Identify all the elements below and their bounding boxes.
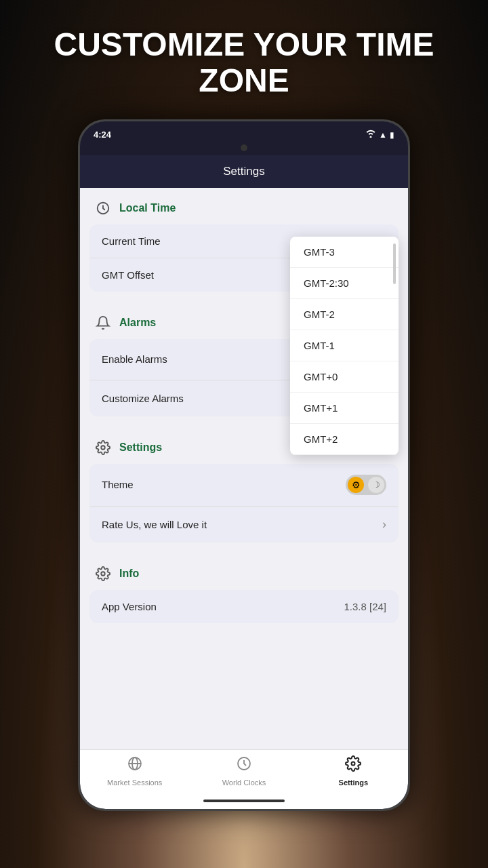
gear-icon	[94, 438, 113, 457]
info-gear-icon	[94, 564, 113, 583]
svg-point-1	[101, 446, 105, 450]
nav-settings-label: Settings	[339, 778, 368, 787]
info-section-header: Info	[80, 553, 408, 590]
globe-icon	[127, 755, 143, 776]
chevron-right-icon-2: ›	[382, 517, 386, 532]
dropdown-item-4[interactable]: GMT+0	[290, 361, 399, 393]
clock-nav-icon	[236, 755, 252, 776]
dropdown-item-3[interactable]: GMT-1	[290, 330, 399, 361]
bottom-nav: Market Sessions World Clocks	[80, 749, 408, 795]
status-time: 4:24	[94, 130, 111, 140]
svg-point-2	[101, 572, 105, 576]
content-area[interactable]: Local Time Current Time GMT Offset	[80, 188, 408, 749]
current-time-label: Current Time	[102, 235, 161, 247]
theme-label: Theme	[102, 479, 134, 490]
app-version-row: App Version 1.3.8 [24]	[89, 590, 399, 623]
app-version-value: 1.3.8 [24]	[344, 601, 386, 612]
status-bar: 4:24 ▲ ▮	[80, 121, 408, 146]
gmt-offset-label: GMT Offset	[102, 269, 154, 281]
sun-icon: ⚙	[348, 477, 364, 493]
battery-icon: ▮	[390, 130, 394, 140]
svg-point-7	[352, 762, 355, 766]
signal-icon: ▲	[379, 130, 387, 140]
settings-section-title: Settings	[119, 441, 162, 454]
nav-settings[interactable]: Settings	[299, 755, 408, 787]
settings-card: Theme ⚙ ☽ Rate Us, we will Love it ›	[89, 464, 399, 542]
gmt-dropdown[interactable]: GMT-3 GMT-2:30 GMT-2 GMT-1 GMT+0 GMT+1 G…	[290, 237, 399, 455]
theme-toggle[interactable]: ⚙ ☽	[346, 475, 386, 495]
local-time-title: Local Time	[119, 202, 176, 214]
dropdown-item-6[interactable]: GMT+2	[290, 424, 399, 455]
moon-icon: ☽	[368, 477, 384, 493]
clock-icon	[94, 199, 113, 218]
enable-alarms-label: Enable Alarms	[102, 353, 167, 365]
alarms-title: Alarms	[119, 317, 156, 329]
status-icons: ▲ ▮	[365, 130, 394, 140]
info-card: App Version 1.3.8 [24]	[89, 590, 399, 623]
phone-inner: 4:24 ▲ ▮ Settings	[80, 121, 408, 809]
page-title: CUSTOMIZE YOUR TIME ZONE	[0, 0, 488, 119]
wifi-icon	[365, 130, 376, 140]
nav-world-clocks[interactable]: World Clocks	[189, 755, 298, 787]
home-indicator	[80, 795, 408, 809]
rate-us-label: Rate Us, we will Love it	[102, 519, 207, 530]
camera-area	[80, 146, 408, 155]
camera-dot	[241, 144, 247, 151]
dropdown-item-1[interactable]: GMT-2:30	[290, 268, 399, 299]
bell-icon	[94, 313, 113, 332]
top-bar: Settings	[80, 155, 408, 188]
nav-market-sessions-label: Market Sessions	[107, 778, 162, 787]
info-title: Info	[119, 568, 139, 580]
settings-nav-icon	[345, 755, 361, 776]
customize-alarms-label: Customize Alarms	[102, 393, 184, 404]
app-version-label: App Version	[102, 601, 157, 612]
app-title: Settings	[223, 165, 264, 178]
phone-frame: 4:24 ▲ ▮ Settings	[78, 119, 410, 811]
local-time-section-header: Local Time	[80, 188, 408, 224]
dropdown-scrollbar	[393, 243, 396, 284]
home-bar	[203, 800, 285, 802]
theme-row[interactable]: Theme ⚙ ☽	[89, 464, 399, 507]
nav-world-clocks-label: World Clocks	[222, 778, 266, 787]
dropdown-item-2[interactable]: GMT-2	[290, 299, 399, 330]
dropdown-item-0[interactable]: GMT-3	[290, 237, 399, 268]
dropdown-item-5[interactable]: GMT+1	[290, 393, 399, 424]
rate-us-row[interactable]: Rate Us, we will Love it ›	[89, 507, 399, 542]
nav-market-sessions[interactable]: Market Sessions	[80, 755, 189, 787]
